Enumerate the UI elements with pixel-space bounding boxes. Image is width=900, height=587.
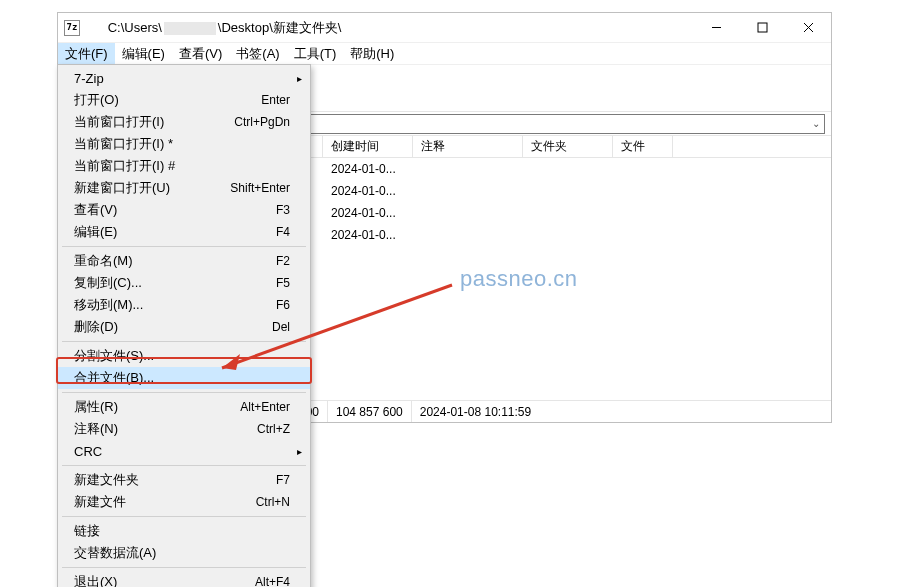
- menu-item-label: 退出(X): [74, 573, 255, 587]
- menu-item-accelerator: F6: [276, 298, 290, 312]
- menu-item-label: 7-Zip: [74, 71, 290, 86]
- menu-item-label: 分割文件(S)...: [74, 347, 290, 365]
- cell-created: 2024-01-0...: [323, 162, 413, 176]
- menu-separator: [62, 246, 306, 247]
- minimize-button[interactable]: [693, 13, 739, 43]
- redacted-user: [164, 22, 216, 35]
- menu-item-label: 查看(V): [74, 201, 276, 219]
- col-folder[interactable]: 文件夹: [523, 136, 613, 157]
- menu-item-accelerator: F3: [276, 203, 290, 217]
- menu-item-accelerator: Alt+Enter: [240, 400, 290, 414]
- maximize-button[interactable]: [739, 13, 785, 43]
- menu-view[interactable]: 查看(V): [172, 43, 229, 64]
- menu-item-accelerator: F5: [276, 276, 290, 290]
- menu-item-label: 当前窗口打开(I) *: [74, 135, 290, 153]
- menu-item[interactable]: CRC▸: [58, 440, 310, 462]
- cell-created: 2024-01-0...: [323, 184, 413, 198]
- menu-bookmarks[interactable]: 书签(A): [229, 43, 286, 64]
- menu-item-accelerator: Del: [272, 320, 290, 334]
- menu-separator: [62, 341, 306, 342]
- window-buttons: [693, 13, 831, 43]
- menu-item[interactable]: 删除(D)Del: [58, 316, 310, 338]
- menu-file[interactable]: 文件(F): [58, 43, 115, 64]
- chevron-right-icon: ▸: [297, 73, 302, 84]
- menu-item[interactable]: 新建窗口打开(U)Shift+Enter: [58, 177, 310, 199]
- chevron-down-icon[interactable]: ⌄: [812, 118, 820, 129]
- menu-tools[interactable]: 工具(T): [287, 43, 344, 64]
- title-suffix: \Desktop\新建文件夹\: [218, 20, 342, 35]
- menu-item-accelerator: Shift+Enter: [230, 181, 290, 195]
- menu-item-label: 当前窗口打开(I) #: [74, 157, 290, 175]
- menu-separator: [62, 465, 306, 466]
- titlebar[interactable]: 7z C:\Users\\Desktop\新建文件夹\: [58, 13, 831, 43]
- menu-item[interactable]: 打开(O)Enter: [58, 89, 310, 111]
- menu-item-label: 重命名(M): [74, 252, 276, 270]
- menu-item[interactable]: 属性(R)Alt+Enter: [58, 396, 310, 418]
- menu-item[interactable]: 链接: [58, 520, 310, 542]
- menu-item[interactable]: 注释(N)Ctrl+Z: [58, 418, 310, 440]
- menu-item-label: 打开(O): [74, 91, 261, 109]
- menu-item-label: 删除(D): [74, 318, 272, 336]
- menu-item[interactable]: 重命名(M)F2: [58, 250, 310, 272]
- cell-created: 2024-01-0...: [323, 206, 413, 220]
- menu-item[interactable]: 合并文件(B)...: [58, 367, 310, 389]
- menu-item-accelerator: F7: [276, 473, 290, 487]
- col-comment[interactable]: 注释: [413, 136, 523, 157]
- menu-item-label: 交替数据流(A): [74, 544, 290, 562]
- menu-item-label: 注释(N): [74, 420, 257, 438]
- status-seg-2: 104 857 600: [328, 401, 412, 422]
- menu-item[interactable]: 移动到(M)...F6: [58, 294, 310, 316]
- menu-separator: [62, 567, 306, 568]
- menu-item[interactable]: 7-Zip▸: [58, 67, 310, 89]
- menu-item-accelerator: F2: [276, 254, 290, 268]
- menu-item[interactable]: 当前窗口打开(I) #: [58, 155, 310, 177]
- menu-item-accelerator: Enter: [261, 93, 290, 107]
- menu-item-label: CRC: [74, 444, 290, 459]
- close-button[interactable]: [785, 13, 831, 43]
- menu-item-label: 合并文件(B)...: [74, 369, 290, 387]
- menu-item-accelerator: Alt+F4: [255, 575, 290, 587]
- file-menu-popup: 7-Zip▸打开(O)Enter当前窗口打开(I)Ctrl+PgDn当前窗口打开…: [57, 64, 311, 587]
- col-created[interactable]: 创建时间: [323, 136, 413, 157]
- menu-item[interactable]: 复制到(C)...F5: [58, 272, 310, 294]
- menu-separator: [62, 392, 306, 393]
- title-prefix: C:\Users\: [108, 20, 162, 35]
- menu-item-label: 编辑(E): [74, 223, 276, 241]
- menu-item-accelerator: Ctrl+N: [256, 495, 290, 509]
- menu-item-accelerator: Ctrl+PgDn: [234, 115, 290, 129]
- menu-help[interactable]: 帮助(H): [343, 43, 401, 64]
- menu-item[interactable]: 当前窗口打开(I)Ctrl+PgDn: [58, 111, 310, 133]
- menu-item-label: 新建文件: [74, 493, 256, 511]
- menu-item[interactable]: 退出(X)Alt+F4: [58, 571, 310, 587]
- menu-item[interactable]: 交替数据流(A): [58, 542, 310, 564]
- menu-item[interactable]: 查看(V)F3: [58, 199, 310, 221]
- menu-item[interactable]: 分割文件(S)...: [58, 345, 310, 367]
- menu-item[interactable]: 当前窗口打开(I) *: [58, 133, 310, 155]
- svg-rect-1: [758, 23, 767, 32]
- menu-separator: [62, 516, 306, 517]
- col-file[interactable]: 文件: [613, 136, 673, 157]
- menu-item-accelerator: Ctrl+Z: [257, 422, 290, 436]
- menubar: 文件(F) 编辑(E) 查看(V) 书签(A) 工具(T) 帮助(H): [58, 43, 831, 65]
- menu-item-label: 属性(R): [74, 398, 240, 416]
- app-icon: 7z: [64, 20, 80, 36]
- menu-item[interactable]: 新建文件夹F7: [58, 469, 310, 491]
- watermark: passneo.cn: [460, 266, 578, 292]
- menu-item-accelerator: F4: [276, 225, 290, 239]
- menu-item-label: 复制到(C)...: [74, 274, 276, 292]
- menu-item-label: 移动到(M)...: [74, 296, 276, 314]
- cell-created: 2024-01-0...: [323, 228, 413, 242]
- menu-item[interactable]: 新建文件Ctrl+N: [58, 491, 310, 513]
- menu-edit[interactable]: 编辑(E): [115, 43, 172, 64]
- chevron-right-icon: ▸: [297, 446, 302, 457]
- menu-item-label: 链接: [74, 522, 290, 540]
- menu-item-label: 当前窗口打开(I): [74, 113, 234, 131]
- status-seg-3: 2024-01-08 10:11:59: [412, 401, 539, 422]
- menu-item-label: 新建窗口打开(U): [74, 179, 230, 197]
- menu-item-label: 新建文件夹: [74, 471, 276, 489]
- menu-item[interactable]: 编辑(E)F4: [58, 221, 310, 243]
